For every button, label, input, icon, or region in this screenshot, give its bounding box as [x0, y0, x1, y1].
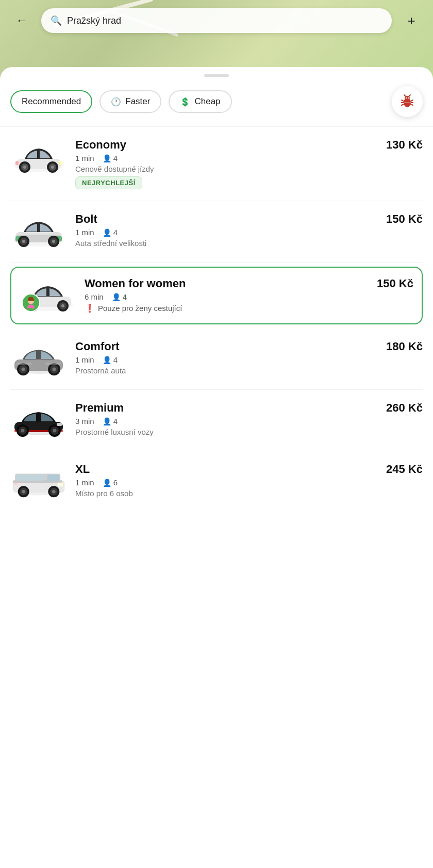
- ride-meta-premium: 3 min 👤 4: [75, 417, 423, 425]
- ride-name-bolt: Bolt: [75, 212, 97, 226]
- svg-point-21: [51, 166, 54, 169]
- ride-seats-economy: 👤 4: [103, 154, 118, 162]
- svg-point-49: [22, 367, 25, 371]
- ride-name-xl: XL: [75, 463, 90, 476]
- ride-item-comfort[interactable]: Comfort 180 Kč 1 min 👤 4 Prostorná auta: [10, 329, 423, 390]
- svg-point-42: [61, 304, 64, 307]
- bottom-sheet: Recommended 🕐 Faster 💲 Cheap: [0, 67, 433, 868]
- ride-meta-bolt: 1 min 👤 4: [75, 228, 423, 237]
- person-icon-premium: 👤: [103, 417, 111, 425]
- person-icon-women: 👤: [112, 293, 121, 301]
- person-icon-comfort: 👤: [103, 356, 111, 364]
- search-bar[interactable]: 🔍 Pražský hrad: [41, 8, 392, 33]
- svg-point-34: [52, 240, 55, 243]
- car-svg-bolt: [10, 215, 67, 248]
- ride-time-economy: 1 min: [75, 154, 94, 162]
- car-image-economy: [10, 138, 67, 175]
- ride-item-bolt[interactable]: Bolt 150 Kč 1 min 👤 4 Auta střední velik…: [10, 201, 423, 263]
- car-image-comfort: [10, 340, 67, 377]
- car-image-premium: [10, 401, 67, 438]
- ride-meta-women: 6 min 👤 4: [85, 292, 413, 301]
- svg-point-52: [53, 367, 56, 371]
- svg-rect-78: [14, 482, 18, 485]
- svg-rect-53: [16, 363, 32, 365]
- ride-desc-economy: Cenově dostupné jízdy: [75, 165, 423, 173]
- svg-rect-77: [58, 482, 63, 486]
- svg-rect-69: [47, 474, 60, 481]
- car-image-women: [20, 277, 76, 314]
- ride-info-comfort: Comfort 180 Kč 1 min 👤 4 Prostorná auta: [75, 340, 423, 378]
- search-icon: 🔍: [51, 15, 62, 26]
- ride-item-economy[interactable]: Economy 130 Kč 1 min 👤 4 Cenově dostupné…: [10, 127, 423, 201]
- svg-point-76: [52, 490, 55, 493]
- tab-cheap[interactable]: 💲 Cheap: [169, 90, 231, 113]
- women-warning: ❗ Pouze pro ženy cestující: [85, 303, 413, 313]
- cheap-icon: 💲: [180, 97, 190, 107]
- car-svg-xl: [10, 465, 67, 498]
- ride-info-premium: Premium 260 Kč 3 min 👤 4 Prostorné luxus…: [75, 401, 423, 439]
- plus-button[interactable]: +: [400, 9, 423, 32]
- bug-icon: [399, 93, 415, 110]
- ride-meta-xl: 1 min 👤 6: [75, 478, 423, 487]
- svg-point-6: [408, 97, 409, 99]
- ride-price-economy: 130 Kč: [386, 138, 423, 152]
- person-icon: 👤: [103, 154, 111, 162]
- svg-rect-64: [57, 423, 62, 426]
- svg-rect-22: [59, 161, 62, 165]
- ride-item-premium[interactable]: Premium 260 Kč 3 min 👤 4 Prostorné luxus…: [10, 390, 423, 451]
- svg-rect-23: [15, 161, 19, 165]
- svg-point-63: [53, 429, 57, 432]
- tab-cheap-label: Cheap: [194, 96, 220, 107]
- person-icon-bolt: 👤: [103, 228, 111, 237]
- ride-desc-xl: Místo pro 6 osob: [75, 489, 423, 498]
- ride-name-economy: Economy: [75, 138, 126, 152]
- search-text: Pražský hrad: [67, 15, 121, 26]
- car-svg-economy: [10, 140, 67, 174]
- top-bar: ← 🔍 Pražský hrad +: [0, 0, 433, 41]
- svg-rect-70: [16, 474, 44, 481]
- ride-info-bolt: Bolt 150 Kč 1 min 👤 4 Auta střední velik…: [75, 212, 423, 251]
- back-button[interactable]: ←: [10, 9, 33, 32]
- ride-item-xl[interactable]: XL 245 Kč 1 min 👤 6 Místo pro 6 osob: [10, 451, 423, 512]
- ride-desc-comfort: Prostorná auta: [75, 366, 423, 375]
- svg-point-5: [406, 97, 407, 99]
- filter-tabs: Recommended 🕐 Faster 💲 Cheap: [0, 77, 433, 127]
- driver-avatar: [22, 293, 40, 312]
- ride-name-women: Women for women: [85, 277, 186, 290]
- svg-point-18: [23, 166, 26, 169]
- svg-point-60: [21, 429, 25, 432]
- tab-recommended[interactable]: Recommended: [10, 90, 92, 113]
- ride-price-premium: 260 Kč: [386, 401, 423, 415]
- car-image-xl: [10, 463, 67, 500]
- ride-meta-economy: 1 min 👤 4: [75, 154, 423, 162]
- ride-price-xl: 245 Kč: [386, 463, 423, 476]
- bug-button[interactable]: [392, 86, 423, 117]
- ride-price-women: 150 Kč: [377, 277, 413, 290]
- ride-list: Economy 130 Kč 1 min 👤 4 Cenově dostupné…: [0, 127, 433, 512]
- ride-desc-bolt: Auta střední velikosti: [75, 239, 423, 248]
- svg-point-73: [22, 490, 25, 493]
- tab-recommended-label: Recommended: [22, 96, 81, 107]
- ride-name-premium: Premium: [75, 401, 124, 415]
- women-warning-text: Pouze pro ženy cestující: [98, 304, 182, 313]
- car-image-bolt: [10, 212, 67, 250]
- ride-item-women[interactable]: Women for women 150 Kč 6 min 👤 4 ❗ Pouze…: [10, 267, 423, 324]
- fastest-badge: NEJRYCHLEJŠÍ: [75, 176, 142, 189]
- car-svg-premium: [10, 403, 67, 437]
- faster-icon: 🕐: [111, 97, 121, 107]
- svg-rect-54: [45, 363, 61, 365]
- tab-faster-label: Faster: [125, 96, 150, 107]
- ride-meta-comfort: 1 min 👤 4: [75, 355, 423, 364]
- ride-info-women: Women for women 150 Kč 6 min 👤 4 ❗ Pouze…: [85, 277, 413, 313]
- ride-price-bolt: 150 Kč: [386, 212, 423, 226]
- car-svg-comfort: [10, 342, 67, 375]
- ride-info-xl: XL 245 Kč 1 min 👤 6 Místo pro 6 osob: [75, 463, 423, 501]
- warning-icon: ❗: [85, 303, 95, 313]
- ride-name-comfort: Comfort: [75, 340, 120, 353]
- svg-point-31: [22, 240, 25, 243]
- tab-faster[interactable]: 🕐 Faster: [99, 90, 161, 113]
- ride-price-comfort: 180 Kč: [386, 340, 423, 353]
- person-icon-xl: 👤: [103, 479, 111, 487]
- ride-info-economy: Economy 130 Kč 1 min 👤 4 Cenově dostupné…: [75, 138, 423, 189]
- ride-desc-premium: Prostorné luxusní vozy: [75, 428, 423, 436]
